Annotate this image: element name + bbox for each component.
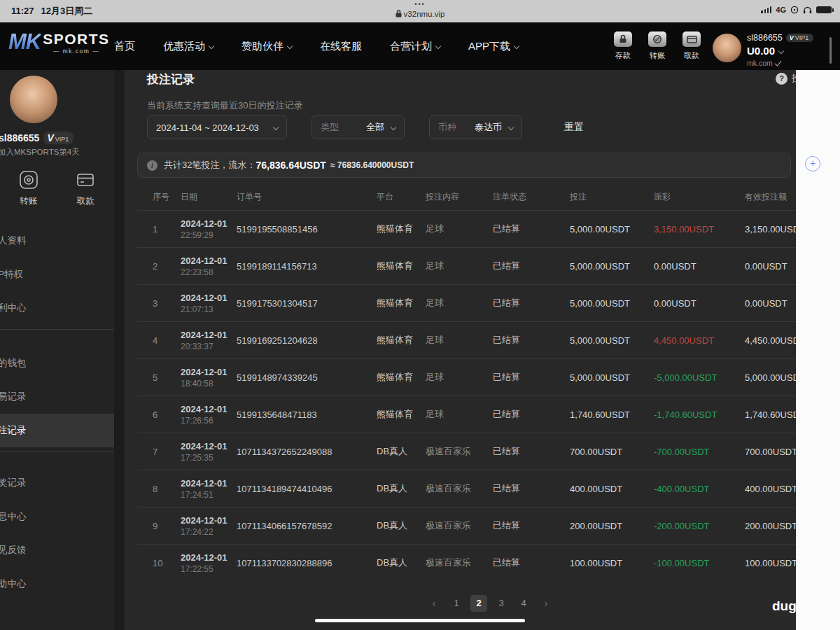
sidebar-menu-item[interactable]: 见反馈 bbox=[0, 533, 114, 567]
cell-valid-bet: 400.00USDT bbox=[745, 484, 796, 494]
cell-date: 2024-12-01 21:07:13 bbox=[181, 293, 237, 314]
cell-payout: -200.00USDT bbox=[654, 521, 745, 531]
sidebar-menu-item[interactable]: 易记录 bbox=[0, 380, 114, 414]
home-indicator[interactable] bbox=[315, 619, 525, 622]
help-link[interactable]: ? 投 bbox=[776, 72, 796, 85]
profile-avatar[interactable] bbox=[10, 76, 57, 123]
table-row[interactable]: 4 2024-12-01 20:33:37 5199169251204628 熊… bbox=[137, 321, 796, 358]
sidebar-menu-item[interactable]: P特权 bbox=[0, 258, 114, 291]
cell-platform: 熊猫体育 bbox=[377, 334, 426, 346]
plus-button[interactable]: + bbox=[805, 156, 820, 172]
cell-bet-content: 足球 bbox=[426, 297, 493, 309]
username: sl886655 bbox=[747, 33, 783, 43]
nav-item-home[interactable]: 首页 bbox=[114, 40, 135, 53]
page-number-button[interactable]: 4 bbox=[515, 595, 532, 612]
brand-logo[interactable]: MK SPORTS — mk.com — bbox=[8, 31, 110, 55]
prev-page-button[interactable]: ‹ bbox=[426, 595, 442, 612]
table-row[interactable]: 6 2024-12-01 17:26:56 5199135648471183 熊… bbox=[137, 396, 796, 433]
sidebar-menu-item[interactable]: 人资料 bbox=[0, 224, 114, 258]
cell-payout: -100.00USDT bbox=[654, 558, 745, 568]
transfer-button[interactable]: 转账 bbox=[645, 31, 670, 61]
chevron-down-icon bbox=[435, 43, 441, 48]
sidebar-menu-item[interactable]: 奖记录 bbox=[0, 466, 114, 500]
nav-item-sponsors[interactable]: 赞助伙伴 bbox=[241, 40, 292, 53]
tab-overflow-dots[interactable]: ••• bbox=[0, 1, 840, 8]
withdraw-icon bbox=[74, 168, 97, 192]
cell-bet-amount: 5,000.00USDT bbox=[570, 261, 654, 272]
cell-valid-bet: 3,150.00USDT bbox=[745, 224, 796, 234]
sidebar-menu-item[interactable]: 助中心 bbox=[0, 567, 114, 601]
table-row[interactable]: 5 2024-12-01 18:40:58 5199148974339245 熊… bbox=[137, 358, 796, 396]
date-range-picker[interactable]: 2024-11-04 ~ 2024-12-03 bbox=[147, 115, 287, 139]
table-row[interactable]: 10 2024-12-01 17:22:55 10711337028302888… bbox=[137, 544, 796, 581]
wallet-quick-actions: 存款 转账 取款 bbox=[610, 31, 704, 61]
sidebar-menu-item[interactable]: 息中心 bbox=[0, 500, 114, 533]
table-row[interactable]: 1 2024-12-01 22:59:29 5199195508851456 熊… bbox=[137, 210, 796, 247]
cell-bet-content: 极速百家乐 bbox=[426, 519, 493, 532]
reset-button[interactable]: 重置 bbox=[564, 121, 584, 134]
deposit-button[interactable]: 存款 bbox=[610, 31, 636, 61]
sidebar-menu-item[interactable]: 的钱包 bbox=[0, 346, 114, 380]
cell-order-number: 1071134066157678592 bbox=[237, 521, 377, 531]
page-number-button[interactable]: 3 bbox=[493, 595, 510, 612]
cell-payout: 0.00USDT bbox=[654, 298, 745, 309]
cell-date: 2024-12-01 18:40:58 bbox=[181, 367, 237, 388]
cell-bet-amount: 5,000.00USDT bbox=[570, 298, 654, 309]
divider bbox=[0, 451, 114, 452]
user-avatar[interactable] bbox=[713, 34, 741, 62]
cell-valid-bet: 1,740.60USDT bbox=[745, 410, 796, 420]
cell-seq: 8 bbox=[153, 484, 181, 494]
table-row[interactable]: 2 2024-12-01 22:23:58 5199189114156713 熊… bbox=[137, 247, 796, 284]
type-select[interactable]: 类型 全部 bbox=[312, 115, 405, 139]
chevron-down-icon bbox=[287, 43, 293, 48]
withdraw-button[interactable]: 取款 bbox=[679, 31, 704, 61]
table-row[interactable]: 8 2024-12-01 17:24:51 107113418947441049… bbox=[137, 470, 796, 507]
sidebar-menu-item[interactable]: 注记录 bbox=[0, 414, 114, 447]
table-row[interactable]: 3 2024-12-01 21:07:13 5199175301304517 熊… bbox=[137, 284, 796, 321]
sidebar-transfer-button[interactable]: 转账 bbox=[17, 168, 41, 207]
page-number-button[interactable]: 2 bbox=[470, 595, 487, 612]
balance-dropdown[interactable]: U0.00 bbox=[747, 45, 813, 57]
cell-payout: 4,450.00USDT bbox=[654, 335, 745, 346]
cell-bet-content: 足球 bbox=[426, 408, 493, 421]
table-row[interactable]: 9 2024-12-01 17:24:22 107113406615767859… bbox=[137, 507, 796, 544]
nav-item-support[interactable]: 在线客服 bbox=[320, 40, 362, 53]
cell-seq: 1 bbox=[153, 224, 181, 234]
next-page-button[interactable]: › bbox=[538, 595, 554, 612]
cell-date: 2024-12-01 17:22:55 bbox=[181, 552, 237, 574]
main-nav: 首页 优惠活动 赞助伙伴 在线客服 合营计划 APP下载 bbox=[114, 22, 519, 70]
battery-icon bbox=[816, 6, 832, 13]
cell-seq: 10 bbox=[153, 558, 181, 568]
page-number-button[interactable]: 1 bbox=[448, 595, 465, 612]
cell-bet-content: 极速百家乐 bbox=[426, 556, 493, 569]
logo-domain: — mk.com — bbox=[53, 48, 99, 55]
col-content: 投注内容 bbox=[426, 191, 493, 203]
cell-date: 2024-12-01 20:33:37 bbox=[181, 330, 237, 351]
nav-item-promotions[interactable]: 优惠活动 bbox=[163, 40, 214, 53]
watermark-text: dug bbox=[772, 598, 796, 614]
address-bar[interactable]: v32nmu.vip bbox=[0, 10, 840, 18]
cell-seq: 2 bbox=[153, 261, 181, 272]
col-status: 注单状态 bbox=[493, 191, 570, 203]
cell-valid-bet: 5,000.00USDT bbox=[745, 372, 796, 383]
chevron-down-icon bbox=[273, 125, 279, 130]
table-row[interactable]: 7 2024-12-01 17:25:35 107113437265224908… bbox=[137, 433, 796, 470]
cell-date: 2024-12-01 17:26:56 bbox=[181, 404, 237, 426]
cell-platform: 熊猫体育 bbox=[377, 408, 426, 421]
scrollbar-thumb[interactable] bbox=[830, 37, 832, 64]
cell-valid-bet: 700.00USDT bbox=[745, 447, 796, 457]
bet-records-table: 序号 日期 订单号 平台 投注内容 注单状态 投注 派彩 有效投注额 1 202… bbox=[137, 183, 796, 581]
page-subtitle: 当前系统支持查询最近30日的投注记录 bbox=[147, 99, 302, 112]
cell-date: 2024-12-01 17:25:35 bbox=[181, 441, 237, 463]
sidebar-content-gap bbox=[114, 70, 125, 630]
nav-item-affiliate[interactable]: 合营计划 bbox=[390, 40, 440, 53]
col-seq: 序号 bbox=[153, 191, 181, 203]
cell-platform: 熊猫体育 bbox=[377, 371, 426, 384]
cell-seq: 6 bbox=[153, 410, 181, 420]
sidebar-withdraw-button[interactable]: 取款 bbox=[74, 168, 97, 207]
nav-item-app-download[interactable]: APP下载 bbox=[468, 40, 519, 53]
cell-status: 已结算 bbox=[493, 482, 570, 495]
sidebar-menu-item[interactable]: 利中心 bbox=[0, 291, 114, 325]
cell-status: 已结算 bbox=[493, 556, 570, 569]
currency-select[interactable]: 币种 泰达币 bbox=[429, 115, 522, 139]
